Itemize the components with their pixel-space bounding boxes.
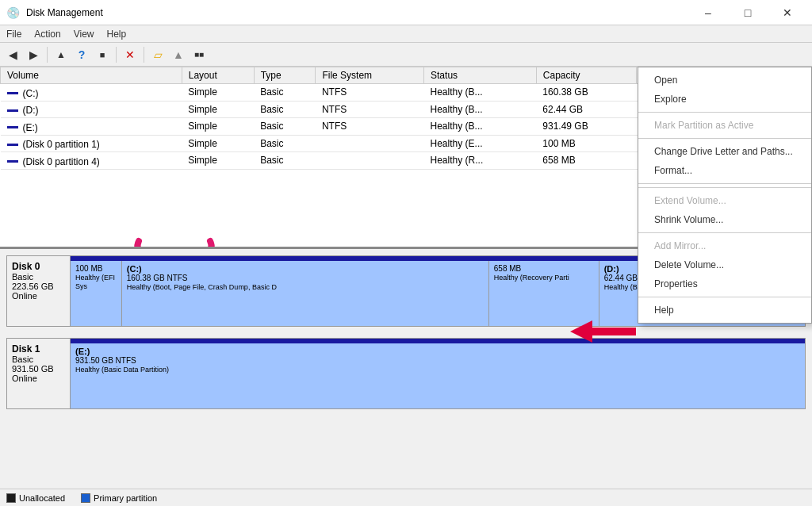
col-filesystem: File System — [316, 67, 424, 84]
disk-1-partitions: (E:) 931.50 GB NTFS Healthy (Basic Data … — [71, 339, 805, 408]
ctx-item-delete-volume---[interactable]: Delete Volume... — [638, 255, 811, 274]
app-title: Disk Management — [26, 7, 103, 18]
disk-1-type: Basic — [12, 355, 33, 364]
ctx-separator — [638, 183, 811, 184]
col-volume: Volume — [1, 67, 182, 84]
menu-bar: File Action View Help — [0, 25, 812, 43]
ctx-item-explore[interactable]: Explore — [638, 90, 811, 109]
ctx-item-change-drive-letter-and-paths---[interactable]: Change Drive Letter and Paths... — [638, 142, 811, 161]
toolbar-forward[interactable]: ▶ — [24, 45, 43, 64]
context-menu: OpenExploreMark Partition as ActiveChang… — [638, 67, 812, 324]
disk-0-part-2[interactable]: (C:) 160.38 GB NTFS Healthy (Boot, Page … — [122, 261, 489, 326]
disk-1-name: Disk 1 — [12, 343, 65, 355]
table-cell: Basic — [254, 101, 316, 118]
table-cell: 100 MB — [536, 135, 636, 152]
table-cell: Healthy (E... — [424, 135, 537, 152]
ctx-item-add-mirror---: Add Mirror... — [638, 236, 811, 255]
ctx-item-shrink-volume---[interactable]: Shrink Volume... — [638, 210, 811, 229]
toolbar-properties[interactable]: ■ — [93, 45, 112, 64]
toolbar-up[interactable]: ▲ — [52, 45, 71, 64]
table-cell — [316, 135, 424, 152]
arrow-annotation — [570, 320, 636, 343]
ctx-item-properties[interactable]: Properties — [638, 274, 811, 293]
legend-primary: Primary partition — [81, 493, 157, 503]
disk-0-part-1[interactable]: 100 MB Healthy (EFI Sys — [71, 261, 122, 326]
menu-action[interactable]: Action — [28, 27, 67, 41]
ctx-item-help[interactable]: Help — [638, 301, 811, 320]
table-cell: 160.38 GB — [536, 84, 636, 102]
table-cell: NTFS — [316, 101, 424, 118]
col-type: Type — [254, 67, 316, 84]
table-cell: Basic — [254, 84, 316, 102]
title-bar-left: 💿 Disk Management — [6, 6, 103, 19]
legend-unallocated-label: Unallocated — [19, 493, 65, 503]
disk-1-parts-row: (E:) 931.50 GB NTFS Healthy (Basic Data … — [71, 343, 805, 408]
toolbar: ◀ ▶ ▲ ? ■ ✕ ▱ ▲ ■■ — [0, 43, 812, 67]
disk-1-size: 931.50 GB — [12, 364, 54, 374]
title-bar: 💿 Disk Management – □ ✕ — [0, 0, 812, 25]
ctx-separator — [638, 297, 811, 297]
table-cell: Basic — [254, 135, 316, 152]
table-cell: Healthy (B... — [424, 84, 537, 102]
toolbar-delete[interactable]: ✕ — [121, 45, 140, 64]
table-cell: Basic — [254, 118, 316, 136]
disk-0-part-3[interactable]: 658 MB Healthy (Recovery Parti — [489, 261, 599, 326]
table-cell: Simple — [182, 135, 254, 152]
toolbar-sep-2 — [116, 47, 117, 63]
legend-unallocated-box — [6, 493, 16, 503]
table-cell: NTFS — [316, 84, 424, 102]
ctx-separator — [638, 112, 811, 113]
ctx-item-open[interactable]: Open — [638, 71, 811, 90]
disk-0-name: Disk 0 — [12, 261, 65, 272]
table-cell: Healthy (R... — [424, 152, 537, 170]
close-button[interactable]: ✕ — [769, 0, 806, 25]
menu-view[interactable]: View — [67, 27, 101, 41]
table-cell: (E:) — [1, 118, 182, 136]
table-cell: (C:) — [1, 84, 182, 102]
disk-0-type: Basic — [12, 272, 33, 282]
disk-1-status: Online — [12, 374, 37, 383]
table-cell: Simple — [182, 84, 254, 102]
ctx-item-mark-partition-as-active: Mark Partition as Active — [638, 116, 811, 135]
table-cell: Basic — [254, 152, 316, 170]
table-cell: Simple — [182, 152, 254, 170]
disk-1-part-1[interactable]: (E:) 931.50 GB NTFS Healthy (Basic Data … — [71, 343, 805, 408]
toolbar-new[interactable]: ▱ — [148, 45, 167, 64]
ctx-separator — [638, 187, 811, 188]
table-cell: 658 MB — [536, 152, 636, 170]
menu-file[interactable]: File — [0, 27, 28, 41]
toolbar-more[interactable]: ■■ — [190, 45, 209, 64]
arrow-body — [592, 328, 636, 335]
table-cell: NTFS — [316, 118, 424, 136]
table-cell: 931.49 GB — [536, 118, 636, 136]
arrow-head-icon — [570, 320, 592, 343]
legend-primary-box — [81, 493, 90, 503]
disk-0-status: Online — [12, 291, 37, 301]
toolbar-back[interactable]: ◀ — [3, 45, 22, 64]
window-controls: – □ ✕ — [690, 0, 806, 25]
maximize-button[interactable]: □ — [730, 0, 766, 25]
app-icon: 💿 — [6, 6, 20, 19]
table-cell: 62.44 GB — [536, 101, 636, 118]
menu-help[interactable]: Help — [101, 27, 133, 41]
table-cell: Simple — [182, 118, 254, 136]
toolbar-open[interactable]: ▲ — [169, 45, 188, 64]
col-layout: Layout — [182, 67, 254, 84]
legend-primary-label: Primary partition — [94, 493, 157, 503]
app-window: 💿 Disk Management – □ ✕ File Action View… — [0, 0, 812, 506]
toolbar-sep-1 — [47, 47, 48, 63]
legend-unallocated: Unallocated — [6, 493, 65, 503]
ctx-item-format---[interactable]: Format... — [638, 161, 811, 180]
disk-1-label: Disk 1 Basic 931.50 GB Online — [7, 339, 71, 408]
col-status: Status — [424, 67, 537, 84]
table-cell: (D:) — [1, 101, 182, 118]
col-capacity: Capacity — [536, 67, 636, 84]
disk-1-row: Disk 1 Basic 931.50 GB Online (E:) 931.5… — [6, 338, 806, 409]
table-cell: Healthy (B... — [424, 118, 537, 136]
toolbar-sep-3 — [144, 47, 144, 63]
status-bar: Unallocated Primary partition — [0, 489, 812, 506]
toolbar-help[interactable]: ? — [72, 45, 91, 64]
content-area: Volume Layout Type File System Status Ca… — [0, 67, 812, 489]
ctx-item-extend-volume---: Extend Volume... — [638, 191, 811, 210]
minimize-button[interactable]: – — [690, 0, 726, 25]
